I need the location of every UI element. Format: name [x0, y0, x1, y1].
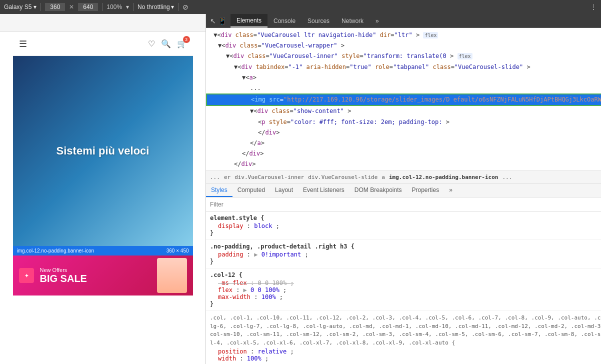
- filter-bar: :hov .cls + ⚙: [206, 198, 601, 212]
- separator-3: [133, 3, 134, 11]
- breadcrumb-item[interactable]: er: [224, 174, 230, 180]
- css-property-maxwidth[interactable]: max-width : 100% ;: [210, 294, 601, 300]
- sub-tab-event-listeners[interactable]: Event Listeners: [298, 184, 350, 197]
- zoom-dropdown-icon[interactable]: ▾: [126, 4, 129, 10]
- css-prop-value-maxw: 100%: [262, 294, 276, 300]
- css-rule-header: element.style {: [210, 214, 601, 222]
- no-throttle-icon[interactable]: ⊘: [182, 3, 188, 11]
- tree-line[interactable]: ▼<div class="VueCarousel-inner" style="t…: [206, 51, 601, 62]
- sub-tab-computed[interactable]: Computed: [232, 184, 270, 197]
- css-flex-expand[interactable]: ▶: [244, 286, 247, 294]
- css-prop-name-maxw: max-width: [218, 294, 250, 300]
- mobile-frame: ☰ ♡ 🔍 🛒 3 Sistemi più veloci img.col-12.…: [13, 32, 193, 364]
- breadcrumb-item-img[interactable]: img.col-12.no-padding.banner-icon: [389, 174, 498, 180]
- breadcrumb-item-a[interactable]: a: [382, 174, 385, 180]
- sale-logo-icon: ✦: [24, 273, 28, 278]
- tree-line[interactable]: </div>: [206, 159, 601, 170]
- search-icon[interactable]: 🔍: [161, 39, 171, 48]
- devtools-mobile-icon[interactable]: 📱: [218, 17, 226, 25]
- sub-tab-layout[interactable]: Layout: [270, 184, 298, 197]
- tree-line-img[interactable]: <img src="http://217.169.120.96/storage/…: [206, 94, 601, 106]
- device-dropdown-icon[interactable]: ▾: [34, 4, 36, 10]
- css-prop-name-flex: flex: [218, 286, 232, 294]
- device-name: Galaxy S5: [4, 4, 32, 10]
- css-property-width[interactable]: width : 100% ;: [210, 355, 601, 362]
- tab-console[interactable]: Console: [268, 14, 302, 28]
- tree-line[interactable]: </div>: [206, 148, 601, 159]
- element-label: img.col-12.no-padding.banner-icon: [17, 248, 94, 254]
- css-rule-no-padding: .no-padding, .product-detail .right h3 {…: [206, 240, 601, 268]
- sale-banner: ✦ New Offers BIG SALE: [13, 256, 193, 296]
- css-property-ms-flex[interactable]: -ms-flex : 0 0 100% ;: [210, 280, 601, 286]
- tab-sources[interactable]: Sources: [302, 14, 336, 28]
- tree-line[interactable]: </div>: [206, 128, 601, 138]
- sub-tab-styles[interactable]: Styles: [206, 184, 232, 197]
- css-rule-header-4: .col, .col-1, .col-10, .col-11, .col-12,…: [210, 314, 601, 347]
- tree-line[interactable]: <p style="color: #fff; font-size: 2em; p…: [206, 117, 601, 128]
- css-prop-name-ms: -ms-flex: [218, 280, 247, 286]
- sub-tab-properties[interactable]: Properties: [407, 184, 444, 197]
- breadcrumb-item-inner[interactable]: div.VueCarousel-inner: [234, 174, 304, 180]
- css-close-2: }: [210, 258, 601, 265]
- main-area: ☰ ♡ 🔍 🛒 3 Sistemi più veloci img.col-12.…: [0, 14, 601, 364]
- tree-line[interactable]: ▼<div tabindex="-1" aria-hidden="true" r…: [206, 62, 601, 72]
- tree-line[interactable]: ▼<div class="VueCarousel ltr navigation-…: [206, 30, 601, 40]
- css-prop-value: block: [254, 222, 272, 230]
- sale-image: [157, 258, 187, 293]
- tree-line[interactable]: ▼<div class="VueCarousel-wrapper" >: [206, 40, 601, 51]
- sale-logo: ✦: [19, 268, 34, 283]
- css-rule-element-style: element.style { display : block ; }: [206, 212, 601, 240]
- filter-input[interactable]: [210, 201, 601, 208]
- throttle-button[interactable]: No throttling ▾: [138, 4, 174, 10]
- tree-line[interactable]: ▼<a>: [206, 72, 601, 83]
- cart-icon[interactable]: 🛒 3: [177, 39, 187, 48]
- styles-panel: element.style { display : block ; } .no-…: [206, 212, 601, 364]
- breadcrumb-item-slide[interactable]: div.VueCarousel-slide: [308, 174, 378, 180]
- sub-tab-more[interactable]: »: [444, 184, 458, 197]
- css-prop-name-pos: position: [218, 348, 247, 355]
- browser-panel: ☰ ♡ 🔍 🛒 3 Sistemi più veloci img.col-12.…: [0, 14, 206, 364]
- dimension-x: ✕: [69, 4, 74, 10]
- css-selector: element.style {: [210, 214, 264, 222]
- tree-line-ellipsis[interactable]: ...: [206, 83, 601, 94]
- css-property-2[interactable]: padding : ▶ 0!important ;: [210, 251, 601, 258]
- css-selector-3: .col-12 {: [210, 272, 242, 278]
- height-input[interactable]: [78, 3, 98, 11]
- header-icons: ♡ 🔍 🛒 3: [148, 39, 187, 48]
- devtools-tabs: ↖ 📱 Elements Console Sources Network » 1…: [206, 14, 601, 28]
- css-property[interactable]: display : block ;: [210, 222, 601, 230]
- tree-line[interactable]: ▼<div class="show-content" >: [206, 106, 601, 116]
- css-property-flex[interactable]: flex : ▶ 0 0 100% ;: [210, 286, 601, 294]
- throttle-dropdown-icon: ▾: [171, 4, 174, 10]
- devtools-cursor-icon[interactable]: ↖: [210, 17, 216, 25]
- separator-4: [178, 3, 178, 11]
- wishlist-icon[interactable]: ♡: [148, 39, 155, 48]
- screenshot-icon[interactable]: ⋮: [590, 3, 597, 11]
- css-prop-value-pos: relative: [258, 348, 286, 355]
- hamburger-icon[interactable]: ☰: [19, 38, 27, 50]
- tab-more[interactable]: »: [370, 14, 385, 28]
- tree-line[interactable]: </a>: [206, 138, 601, 148]
- tab-network[interactable]: Network: [336, 14, 370, 28]
- css-prop-value-flex: 0 0 100%: [250, 286, 280, 294]
- css-selector-2: .no-padding, .product-detail .right h3 {: [210, 243, 354, 250]
- css-rule-long: .col, .col-1, .col-10, .col-11, .col-12,…: [206, 311, 601, 364]
- sale-text: New Offers BIG SALE: [40, 267, 151, 284]
- separator-1: [40, 3, 41, 11]
- css-expand-arrow[interactable]: ▶: [254, 251, 258, 258]
- sub-tab-dom-breakpoints[interactable]: DOM Breakpoints: [350, 184, 407, 197]
- breadcrumb-ellipsis[interactable]: ...: [502, 174, 512, 180]
- sub-tabs: Styles Computed Layout Event Listeners D…: [206, 184, 601, 198]
- new-offers-text: New Offers: [40, 267, 151, 273]
- css-property-position[interactable]: position : relative ;: [210, 348, 601, 355]
- html-tree: ▼<div class="VueCarousel ltr navigation-…: [206, 28, 601, 170]
- devtools-panel: ↖ 📱 Elements Console Sources Network » 1…: [206, 14, 601, 364]
- breadcrumb: ... er div.VueCarousel-inner div.VueCaro…: [206, 170, 601, 184]
- hero-image: Sistemi più veloci: [13, 56, 193, 246]
- zoom-display[interactable]: 100%: [106, 4, 122, 10]
- tab-elements[interactable]: Elements: [230, 14, 268, 28]
- width-input[interactable]: [45, 3, 65, 11]
- breadcrumb-item[interactable]: ...: [210, 174, 220, 180]
- device-selector[interactable]: Galaxy S5 ▾: [4, 4, 36, 10]
- browser-nav: [0, 14, 206, 32]
